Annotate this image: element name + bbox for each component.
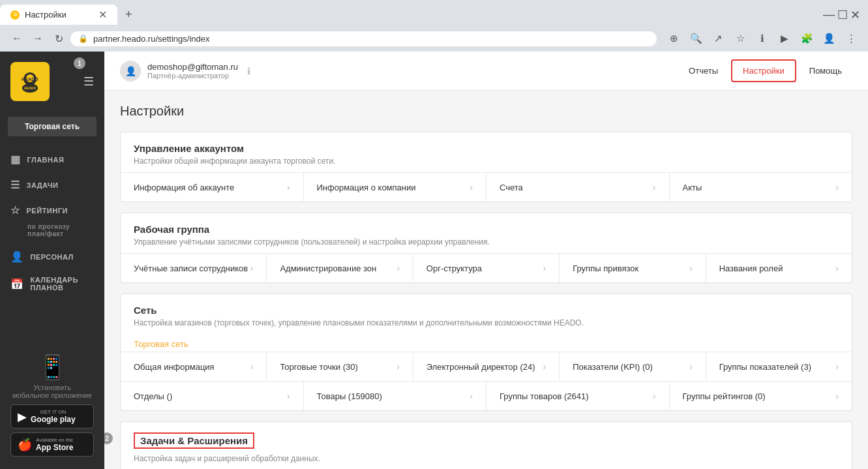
calendar-icon: 📅 bbox=[10, 278, 24, 290]
chevron-right-icon: › bbox=[689, 361, 693, 372]
network-settings-grid-row2: Отделы () › Товары (159080) › Группы тов… bbox=[121, 381, 852, 410]
info-button[interactable]: ℹ bbox=[753, 29, 771, 48]
workgroup-section-desc: Управление учётными записями сотрудников… bbox=[134, 237, 839, 247]
sidebar-item-calendar[interactable]: 📅 КАЛЕНДАРЬ ПЛАНОВ bbox=[0, 269, 104, 298]
zone-admin-item[interactable]: Администрирование зон › bbox=[267, 254, 413, 282]
goods-groups-item[interactable]: Группы товаров (2641) › bbox=[486, 382, 670, 410]
page-title: Настройки bbox=[120, 104, 852, 119]
help-nav-button[interactable]: Помощь bbox=[799, 61, 852, 81]
departments-item[interactable]: Отделы () › bbox=[121, 382, 304, 410]
sidebar-item-ratings[interactable]: ☆ РЕЙТИНГИ по прогнозу план/факт bbox=[0, 198, 104, 244]
indicator-groups-item[interactable]: Группы показателей (3) › bbox=[706, 352, 852, 381]
chevron-right-icon: › bbox=[287, 182, 290, 192]
chevron-right-icon: › bbox=[653, 182, 656, 192]
app-store-button[interactable]: 🍎 Available on the App Store bbox=[10, 432, 94, 457]
browser-tab-bar: ⚙ Настройки ✕ + — ☐ ✕ bbox=[0, 0, 868, 25]
profile-button[interactable]: 👤 bbox=[820, 29, 838, 48]
sidebar-item-home-label: ГЛАВНАЯ bbox=[27, 156, 65, 164]
ratings-groups-item[interactable]: Группы рейтингов (0) › bbox=[670, 382, 852, 410]
chevron-right-icon: › bbox=[835, 263, 839, 273]
network-section: Сеть Настройка магазинов (торговых точек… bbox=[120, 294, 852, 411]
forward-button[interactable]: → bbox=[29, 29, 47, 48]
chevron-right-icon: › bbox=[653, 391, 656, 401]
tab-title: Настройки bbox=[25, 10, 67, 20]
sidebar-item-home[interactable]: ▦ ГЛАВНАЯ bbox=[0, 147, 104, 172]
chevron-right-icon: › bbox=[543, 263, 546, 273]
general-info-item[interactable]: Общая информация › bbox=[121, 352, 267, 381]
tasks-section-header: 2 Задачи & Расширения Настройка задач и … bbox=[121, 422, 852, 469]
google-play-button[interactable]: ▶ GET IT ON Google play bbox=[10, 404, 94, 429]
maximize-button[interactable]: ☐ bbox=[837, 8, 848, 22]
top-header: 👤 demoshop@giftoman.ru Партнёр-администр… bbox=[104, 52, 868, 91]
sidebar-item-personnel[interactable]: 👤 ПЕРСОНАЛ bbox=[0, 244, 104, 269]
network-highlight[interactable]: Торговая сеть bbox=[121, 334, 852, 352]
electronic-director-item[interactable]: Электронный директор (24) › bbox=[413, 352, 560, 381]
content-area: Настройки Управление аккаунтом Настройки… bbox=[104, 91, 868, 469]
sidebar-nav: ▦ ГЛАВНАЯ ☰ ЗАДАЧИ ☆ РЕЙТИНГИ по прогноз… bbox=[0, 142, 104, 343]
share-button[interactable]: ↗ bbox=[709, 29, 727, 48]
refresh-button[interactable]: ↻ bbox=[50, 29, 68, 48]
address-bar[interactable]: 🔒 partner.heado.ru/settings/index bbox=[70, 31, 657, 46]
tab-close-button[interactable]: ✕ bbox=[98, 8, 107, 21]
accounts-item[interactable]: Счета › bbox=[486, 173, 670, 202]
menu-button[interactable]: ⋮ bbox=[842, 29, 860, 48]
google-play-pre-label: GET IT ON bbox=[31, 409, 76, 415]
user-info: 👤 demoshop@giftoman.ru Партнёр-администр… bbox=[120, 61, 250, 82]
account-info-item[interactable]: Информация об аккаунте › bbox=[121, 173, 304, 202]
sidebar-logo-area: HEADO HEADO ☰ bbox=[0, 52, 104, 112]
chevron-right-icon: › bbox=[250, 361, 254, 372]
sidebar: HEADO HEADO ☰ Торговая сеть ▦ ГЛАВНАЯ ☰ … bbox=[0, 52, 104, 469]
apple-icon: 🍎 bbox=[18, 438, 32, 452]
avatar: 👤 bbox=[120, 61, 141, 82]
chevron-right-icon: › bbox=[835, 361, 839, 372]
tab-favicon: ⚙ bbox=[10, 10, 20, 20]
personnel-icon: 👤 bbox=[10, 250, 24, 263]
new-tab-button[interactable]: + bbox=[117, 4, 140, 25]
network-section-title: Сеть bbox=[134, 305, 839, 316]
goods-item[interactable]: Товары (159080) › bbox=[304, 382, 487, 410]
app-store-pre-label: Available on the bbox=[36, 437, 73, 443]
back-button[interactable]: ← bbox=[8, 29, 26, 48]
user-info-icon: ℹ bbox=[247, 66, 250, 76]
svg-text:HEADO: HEADO bbox=[22, 77, 38, 82]
google-play-name-label: Google play bbox=[31, 415, 76, 424]
google-play-icon: ▶ bbox=[18, 410, 27, 424]
zoom-button[interactable]: 🔍 bbox=[687, 29, 705, 48]
sidebar-item-tasks[interactable]: ☰ ЗАДАЧИ bbox=[0, 172, 104, 198]
chevron-right-icon: › bbox=[543, 361, 546, 372]
settings-nav-button[interactable]: Настройки bbox=[731, 59, 796, 82]
sidebar-network-button[interactable]: Торговая сеть bbox=[8, 117, 97, 136]
reports-nav-button[interactable]: Отчеты bbox=[678, 61, 728, 81]
acts-item[interactable]: Акты › bbox=[670, 173, 852, 202]
home-icon: ▦ bbox=[10, 153, 21, 166]
role-names-item[interactable]: Названия ролей › bbox=[706, 254, 852, 282]
workgroup-section-title: Рабочая группа bbox=[134, 224, 839, 235]
minimize-button[interactable]: — bbox=[823, 8, 835, 22]
translate-button[interactable]: ⊕ bbox=[665, 29, 683, 48]
account-section-header: Управление аккаунтом Настройки общей инф… bbox=[121, 132, 852, 172]
sidebar-item-ratings-sub: по прогнозу план/факт bbox=[27, 223, 70, 237]
tasks-section-title: Задачи & Расширения bbox=[134, 432, 254, 449]
org-structure-item[interactable]: Орг-структура › bbox=[413, 254, 560, 282]
extensions-button[interactable]: 🧩 bbox=[798, 29, 816, 48]
bind-groups-item[interactable]: Группы привязок › bbox=[560, 254, 706, 282]
sidebar-item-tasks-label: ЗАДАЧИ bbox=[27, 181, 59, 189]
user-details: demoshop@giftoman.ru Партнёр-администрат… bbox=[147, 62, 238, 80]
network-settings-grid-row1: Общая информация › Торговые точки (30) ›… bbox=[121, 352, 852, 381]
user-role: Партнёр-администратор bbox=[147, 72, 238, 80]
svg-text:HEADO: HEADO bbox=[24, 86, 36, 90]
window-close-button[interactable]: ✕ bbox=[850, 8, 860, 22]
hamburger-button[interactable]: ☰ bbox=[83, 74, 94, 89]
company-info-item[interactable]: Информация о компании › bbox=[304, 173, 487, 202]
workgroup-section-header: Рабочая группа Управление учётными запис… bbox=[121, 213, 852, 253]
chevron-right-icon: › bbox=[470, 182, 473, 192]
active-tab: ⚙ Настройки ✕ bbox=[0, 5, 117, 25]
youtube-button[interactable]: ▶ bbox=[775, 29, 794, 48]
kpi-item[interactable]: Показатели (KPI) (0) › bbox=[560, 352, 706, 381]
bookmark-button[interactable]: ☆ bbox=[731, 29, 749, 48]
sidebar-install-section: 📱 Установитьмобильное приложение ▶ GET I… bbox=[0, 343, 104, 469]
employee-accounts-item[interactable]: Учётные записи сотрудников › bbox=[121, 254, 267, 282]
trade-points-item[interactable]: Торговые точки (30) › bbox=[267, 352, 413, 381]
account-settings-grid: Информация об аккаунте › Информация о ко… bbox=[121, 173, 852, 202]
tasks-section-desc: Настройка задач и расширений обработки д… bbox=[134, 454, 839, 463]
